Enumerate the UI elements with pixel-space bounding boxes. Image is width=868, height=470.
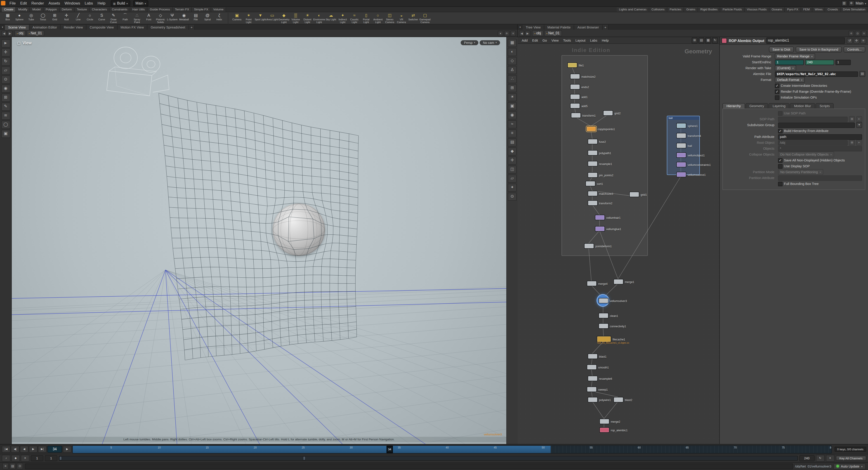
view-mode-icon[interactable]: ▦ [508, 39, 517, 47]
open-path-icon[interactable]: ▸ [856, 116, 862, 122]
field-start-end-inc-2[interactable]: 1 [835, 59, 851, 65]
pin-icon[interactable]: ✛ [504, 31, 509, 36]
select-format[interactable]: Default Format▾ [775, 77, 805, 83]
shelf-tab-model[interactable]: Model [30, 7, 43, 12]
normals-icon[interactable]: ∆ [508, 66, 517, 74]
snap-tool-icon[interactable]: ⊞ [1, 94, 10, 102]
shelf-tool-line[interactable]: ╱Line [72, 13, 84, 24]
netmenu-help[interactable]: Help [599, 38, 611, 42]
camera-view-icon[interactable]: ▣ [508, 102, 517, 110]
node-vellumsource1[interactable]: vellumsource1 [676, 172, 706, 177]
scale-tool-icon[interactable]: ▱ [1, 66, 10, 74]
shelf-tool-null[interactable]: ✛Null [61, 13, 72, 24]
shelf-tab-volume[interactable]: Volume [211, 7, 226, 12]
performance-icon[interactable]: ⊙ [17, 463, 23, 470]
shelf-tool-geometry-light[interactable]: ◆Geometry Light [278, 13, 290, 24]
netmenu-labs[interactable]: Labs [588, 38, 599, 42]
desktop-selector[interactable]: ▦ Build ▾ [111, 0, 130, 6]
draw-tool-icon[interactable]: ✎ [1, 103, 10, 111]
checkbox-save-all-non-displayed-hidden-objects[interactable]: ✓ [778, 158, 782, 162]
shelf-tool-metaball[interactable]: ◉Metaball [178, 13, 190, 24]
shelf-tool-vr-camera[interactable]: ◒VR Camera [396, 13, 407, 24]
shelf-tab-texture[interactable]: Texture [74, 7, 90, 12]
shelf-tool-spiral[interactable]: @Spiral [202, 13, 213, 24]
tab-motion-fx-view[interactable]: Motion FX View [117, 25, 147, 30]
node-pin-points2[interactable]: pin_points2 [588, 172, 613, 178]
menu-arrow-icon[interactable]: ▾ [856, 122, 862, 128]
node-name-field[interactable]: rop_alembic1 [766, 37, 845, 44]
no-cam-pill[interactable]: No cam▾ [480, 40, 500, 45]
shelf-tab-oceans[interactable]: Oceans [769, 7, 785, 12]
shelf-tool-sphere[interactable]: ●Sphere [13, 13, 25, 24]
checkbox-build-hierarchy-from-attribute[interactable]: ✓ [778, 129, 782, 133]
take-label[interactable]: Main [856, 1, 864, 5]
node-sweep1[interactable]: sweep1 [587, 386, 608, 392]
tab-geometry-spreadsheet[interactable]: Geometry Spreadsheet [147, 25, 189, 30]
points-display-icon[interactable]: ∴ [508, 75, 517, 83]
menu-help[interactable]: Help [95, 0, 107, 6]
play-reverse-icon[interactable]: ◀ [20, 446, 29, 452]
node-add1[interactable]: add1 [570, 94, 588, 99]
shelf-tool-l-system[interactable]: ΨL-System [166, 13, 178, 24]
menu-edit[interactable]: Edit [18, 0, 29, 6]
shelf-tool-stereo-camera[interactable]: ◫Stereo Camera [384, 13, 396, 24]
shelf-tab-constraints[interactable]: Constraints [110, 7, 130, 12]
pane-options-icon[interactable]: ≡ [510, 31, 516, 36]
rotate-tool-icon[interactable]: ↻ [1, 57, 10, 66]
info-icon[interactable]: ⊙ [508, 193, 517, 201]
checkbox-full-bounding-box-tree[interactable] [778, 182, 782, 186]
pane-menu-icon[interactable]: ▾ [518, 25, 523, 30]
node-ball[interactable]: ball [676, 143, 692, 148]
shelf-tab-simple-fx[interactable]: Simple FX [192, 7, 211, 12]
shelf-tab-collisions[interactable]: Collisions [649, 7, 667, 12]
select-partition-mode[interactable]: No Geometry Partitioning▾ [778, 169, 823, 175]
checkbox-use-sop-path[interactable] [778, 111, 782, 116]
tab-render-view[interactable]: Render View [61, 25, 86, 30]
new-tab-button[interactable]: + [189, 25, 195, 30]
viewport-canvas[interactable]: ▢ View Persp▾ No cam▾ vellumsolver3 Left… [12, 37, 506, 444]
field-root-object[interactable]: /obj [778, 140, 848, 145]
prev-key-icon[interactable]: ◀| [11, 446, 20, 452]
param-undo-icon[interactable]: ↺ [847, 38, 852, 44]
jump-start-icon[interactable]: |◀ [2, 446, 10, 452]
shelf-tool-portal-light[interactable]: ▯Portal Light [360, 13, 372, 24]
shelf-tab-modify[interactable]: Modify [16, 7, 30, 12]
range-handle-left[interactable] [59, 456, 62, 460]
visualizer-icon[interactable]: ✦ [508, 184, 517, 192]
shelf-tool-volume-light[interactable]: ▒Volume Light [290, 13, 302, 24]
view-tool-icon[interactable]: ◯ [1, 121, 10, 129]
shelf-tool-helix[interactable]: ζHelix [213, 13, 225, 24]
audio-icon[interactable]: ♪ [2, 455, 10, 462]
lighting-icon[interactable]: ☀ [508, 93, 517, 101]
node-matchsize2[interactable]: matchsize2 [570, 74, 596, 79]
node-ends2[interactable]: ends2 [570, 84, 589, 90]
shelf-tab-fem[interactable]: FEM [801, 7, 812, 12]
node-matchsize3[interactable]: matchsize3 [588, 191, 613, 196]
node-vellumsolver3[interactable]: vellumsolver3 [598, 298, 627, 303]
shelf-tab-rigid-bodies[interactable]: Rigid Bodies [698, 7, 720, 12]
material-icon[interactable]: ◆ [508, 147, 517, 156]
shelf-tool-circle[interactable]: ○Circle [84, 13, 96, 24]
global-start-field[interactable]: 1 [31, 455, 43, 461]
node-transform4[interactable]: transform4 [676, 133, 701, 138]
shelf-tool-gamepad-camera[interactable]: ▢Gamepad Camera [419, 13, 431, 24]
node-vellumconstraints1[interactable]: vellumconstraints1 [676, 162, 711, 167]
op-chooser-icon[interactable]: ◉ [849, 116, 855, 122]
node-file1[interactable]: file1 [567, 62, 584, 68]
snapshot-icon[interactable]: ◉ [508, 111, 517, 119]
field-start-end-inc-0[interactable]: 1 [775, 59, 804, 65]
menu-assets[interactable]: Assets [46, 0, 62, 6]
button-controls[interactable]: Controls... [844, 46, 865, 53]
play-forward-icon[interactable]: ▶ [63, 446, 71, 452]
shelf-tool-area-light[interactable]: ▭Area Light [266, 13, 278, 24]
jump-end-icon[interactable]: ▶| [38, 446, 46, 452]
field-alembic-file[interactable]: $HIP/exports/Net_Hair_V02_02.abc [775, 71, 858, 76]
group-list-icon[interactable]: ▤ [508, 138, 517, 147]
checkbox-render-full-range-override-frame-by-frame[interactable]: ✓ [775, 89, 779, 94]
node-copytopoints1[interactable]: copytopoints1 [586, 126, 615, 132]
node-transform2[interactable]: transform2 [588, 200, 612, 206]
node-resample6[interactable]: resample6 [588, 376, 612, 381]
param-pin-icon[interactable]: ✛ [854, 38, 860, 44]
pin-icon[interactable]: ✛ [848, 31, 854, 36]
node-merge2[interactable]: merge2 [599, 419, 620, 424]
